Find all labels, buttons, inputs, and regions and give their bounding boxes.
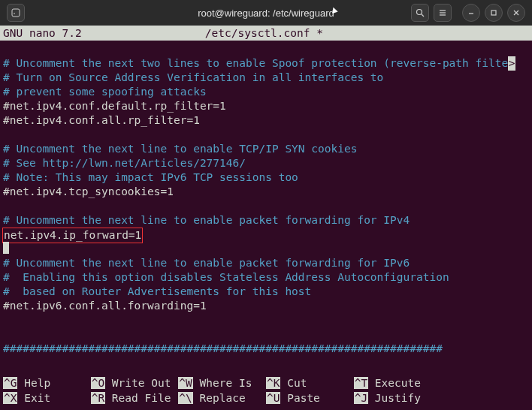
editor-line [3,199,529,213]
window-titlebar: root@wireguard: /etc/wireguard ▲ [0,0,532,26]
minimize-button[interactable] [462,4,480,22]
maximize-icon [490,9,497,17]
highlighted-setting: net.ipv4.ip_forward=1 [2,228,143,243]
editor-line: # Uncomment the next line to enable TCP/… [3,142,529,156]
close-button[interactable] [507,4,525,22]
editor-line [3,242,529,256]
editor-line: #net.ipv4.tcp_syncookies=1 [3,185,529,199]
nano-filename: /etc/sysctl.conf * [82,26,446,41]
window-title: root@wireguard: /etc/wireguard [198,6,334,20]
editor-line: # based on Router Advertisements for thi… [3,285,529,299]
editor-line: #net.ipv6.conf.all.forwarding=1 [3,299,529,313]
shortcut-exit: ^X Exit [3,391,91,405]
editor-line: # Turn on Source Address Verification in… [3,71,529,85]
shortcut-cut: ^K Cut [266,376,354,390]
editor-line: #net.ipv4.conf.default.rp_filter=1 [3,99,529,113]
editor-line: # prevent some spoofing attacks [3,85,529,99]
editor-line: # Uncomment the next two lines to enable… [3,56,529,71]
minimize-icon [467,9,475,17]
shortcut-execute: ^T Execute [354,376,442,390]
shortcut-writeout: ^O Write Out [91,376,179,390]
shortcut-readfile: ^R Read File [91,391,179,405]
hamburger-icon [438,8,447,17]
new-tab-button[interactable] [7,4,25,22]
nano-shortcut-bar: ^G Help ^O Write Out ^W Where Is ^K Cut … [0,375,532,410]
svg-point-1 [417,10,422,15]
svg-line-2 [422,14,424,17]
line-continuation-icon: > [508,56,515,71]
editor-line [3,42,529,56]
shortcut-whereis: ^W Where Is [178,376,266,390]
close-icon [512,9,520,17]
text-cursor [3,242,9,254]
editor-line [3,327,529,342]
shortcut-justify: ^J Justify [354,391,442,405]
shortcut-paste: ^U Paste [266,391,354,405]
search-button[interactable] [411,4,429,22]
nano-app-name: GNU nano 7.2 [3,26,82,41]
editor-line: # Note: This may impact IPv6 TCP session… [3,170,529,185]
editor-line [3,313,529,327]
terminal-icon [11,8,20,17]
svg-rect-0 [12,9,20,17]
search-icon [416,8,425,17]
shortcut-replace: ^\ Replace [178,391,266,405]
svg-rect-7 [491,11,496,15]
nano-header-bar: GNU nano 7.2 /etc/sysctl.conf * [0,26,532,41]
shortcut-help: ^G Help [3,376,91,390]
menu-button[interactable] [434,4,452,22]
editor-line: ########################################… [3,342,529,356]
editor-line: # Uncomment the next line to enable pack… [3,213,529,228]
editor-line: # Enabling this option disables Stateles… [3,270,529,285]
maximize-button[interactable] [485,4,503,22]
editor-viewport[interactable]: # Uncomment the next two lines to enable… [0,41,532,356]
editor-line [3,128,529,142]
editor-line-highlighted: net.ipv4.ip_forward=1 [3,228,529,242]
editor-line: # See http://lwn.net/Articles/277146/ [3,156,529,170]
editor-line: #net.ipv4.conf.all.rp_filter=1 [3,113,529,128]
editor-line: # Uncomment the next line to enable pack… [3,256,529,270]
